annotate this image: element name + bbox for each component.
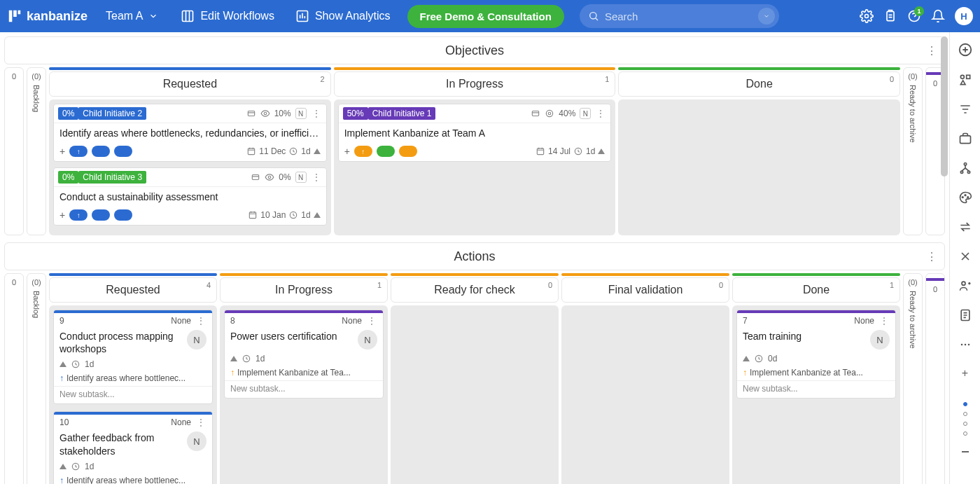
column-body[interactable]: 8None⋮ Power users certificationN 1d ↑Im… (220, 305, 388, 484)
help-icon[interactable]: 1 (907, 9, 921, 23)
card-parent-link[interactable]: ↑Identify areas where bottlenec... (54, 372, 212, 386)
doc-icon[interactable] (958, 308, 972, 322)
people-icon[interactable] (958, 279, 972, 293)
search-box[interactable] (580, 4, 779, 28)
card-pill[interactable] (399, 146, 417, 157)
card-type-icon (531, 109, 540, 118)
card-assignee[interactable]: N (187, 431, 206, 451)
zoom-in-icon[interactable]: + (962, 367, 968, 380)
initiative-card[interactable]: 0% Child Initiative 2 10% N ⋮ Identify a… (53, 104, 327, 162)
card-pill[interactable] (114, 146, 132, 157)
clipboard-icon[interactable] (883, 9, 897, 23)
priority-icon (230, 356, 237, 361)
column-body[interactable]: 7None⋮ Team trainingN 0d ↑Implement Kanb… (732, 305, 900, 484)
bell-icon[interactable] (931, 9, 945, 23)
swimlane-menu[interactable]: ⋮ (926, 44, 937, 57)
card-assignee[interactable]: N (295, 172, 307, 183)
archive-column[interactable]: (0)Ready to archive (903, 273, 923, 484)
more-icon[interactable] (958, 338, 972, 352)
card-parent-link[interactable]: ↑Implement Kanbanize at Tea... (225, 366, 383, 380)
shapes-icon[interactable] (958, 73, 972, 87)
search-input[interactable] (599, 11, 758, 22)
palette-icon[interactable] (958, 191, 972, 205)
demo-button[interactable]: Free Demo & Consultation (407, 5, 564, 28)
column-header[interactable]: Requested4 (49, 277, 217, 303)
card-assignee[interactable]: N (580, 108, 591, 119)
column-body[interactable]: 50% Child Initiative 1 40% N ⋮ Implement… (334, 99, 616, 235)
card-parent-link[interactable]: ↑Implement Kanbanize at Tea... (737, 366, 895, 380)
card-menu[interactable]: ⋮ (311, 109, 322, 118)
card-assignee[interactable]: N (358, 330, 377, 350)
column-body[interactable] (391, 305, 559, 484)
scrollbar[interactable] (941, 36, 948, 177)
column-body[interactable] (561, 305, 729, 484)
column-header[interactable]: Done0 (618, 71, 900, 97)
briefcase-icon[interactable] (958, 132, 972, 146)
edit-workflows-button[interactable]: Edit Workflows (176, 6, 279, 26)
zoom-out-icon[interactable] (962, 451, 969, 452)
column-header[interactable]: In Progress1 (220, 277, 388, 303)
hierarchy-icon[interactable] (958, 161, 972, 175)
collapsed-column-left[interactable]: 0 (4, 67, 24, 235)
card-pill[interactable] (377, 146, 395, 157)
new-subtask-input[interactable]: New subtask... (737, 380, 895, 398)
column-header[interactable]: Final validation0 (561, 277, 729, 303)
card-duration: 0d (768, 354, 777, 364)
settings-icon[interactable] (860, 9, 874, 23)
card-menu[interactable]: ⋮ (311, 172, 322, 182)
user-avatar[interactable]: H (955, 7, 973, 25)
column-body[interactable]: 9None⋮ Conduct process mapping workshops… (49, 305, 217, 484)
card-menu[interactable]: ⋮ (878, 316, 890, 326)
card-menu[interactable]: ⋮ (195, 316, 206, 326)
team-selector[interactable]: Team A (100, 7, 164, 25)
initiative-card[interactable]: 0% Child Initiative 3 0% N ⋮ Conduct a s… (53, 167, 327, 226)
card-pill[interactable] (92, 146, 110, 157)
card-assignee[interactable]: N (870, 330, 890, 350)
card-pill[interactable]: ↑ (69, 209, 88, 221)
card-pill[interactable]: ↑ (69, 146, 88, 157)
card-pill[interactable] (114, 209, 132, 221)
action-card[interactable]: 10None⋮ Gather feedback from stakeholder… (53, 411, 213, 484)
column-header[interactable]: In Progress1 (334, 71, 616, 97)
card-menu[interactable]: ⋮ (195, 417, 206, 427)
card-menu[interactable]: ⋮ (595, 109, 606, 118)
backlog-column[interactable]: (0)Backlog (27, 273, 46, 484)
collapsed-column-right[interactable]: 0 (925, 273, 945, 484)
brand-icon (7, 8, 22, 24)
swap-icon[interactable] (958, 220, 972, 234)
zoom-level-dots[interactable] (963, 402, 967, 436)
brand-logo[interactable]: kanbanize (7, 8, 88, 24)
card-add[interactable]: + (59, 209, 65, 221)
card-pill[interactable]: ↑ (354, 146, 372, 157)
card-assignee[interactable]: N (295, 108, 307, 119)
add-card-icon[interactable] (958, 42, 973, 57)
card-add[interactable]: + (59, 146, 65, 157)
col-count: 0 (933, 285, 937, 293)
archive-column[interactable]: (0)Ready to archive (903, 67, 923, 235)
filter-icon[interactable] (958, 102, 972, 116)
column-body[interactable]: 0% Child Initiative 2 10% N ⋮ Identify a… (49, 99, 331, 235)
initiative-card[interactable]: 50% Child Initiative 1 40% N ⋮ Implement… (338, 104, 612, 162)
card-parent-link[interactable]: ↑Identify areas where bottlenec... (54, 474, 212, 484)
swimlane-menu[interactable]: ⋮ (926, 250, 937, 263)
column-body[interactable] (618, 99, 900, 235)
column-header[interactable]: Ready for check0 (391, 277, 559, 303)
search-dropdown[interactable] (758, 8, 775, 25)
backlog-column[interactable]: (0)Backlog (27, 67, 46, 235)
action-card[interactable]: 7None⋮ Team trainingN 0d ↑Implement Kanb… (736, 310, 896, 399)
svg-point-27 (964, 163, 966, 165)
new-subtask-input[interactable]: New subtask... (225, 380, 383, 398)
collapsed-column-left[interactable]: 0 (4, 273, 24, 484)
card-pill[interactable] (92, 209, 110, 221)
action-card[interactable]: 9None⋮ Conduct process mapping workshops… (53, 310, 213, 404)
tools-icon[interactable] (958, 249, 972, 263)
new-subtask-input[interactable]: New subtask... (54, 386, 212, 403)
column-header[interactable]: Requested2 (49, 71, 331, 97)
show-analytics-button[interactable]: Show Analytics (291, 6, 395, 26)
column-header[interactable]: Done1 (732, 277, 900, 303)
card-menu[interactable]: ⋮ (366, 316, 377, 326)
card-add[interactable]: + (344, 146, 350, 157)
column-count: 4 (206, 281, 211, 289)
action-card[interactable]: 8None⋮ Power users certificationN 1d ↑Im… (224, 310, 384, 399)
card-assignee[interactable]: N (187, 330, 206, 350)
